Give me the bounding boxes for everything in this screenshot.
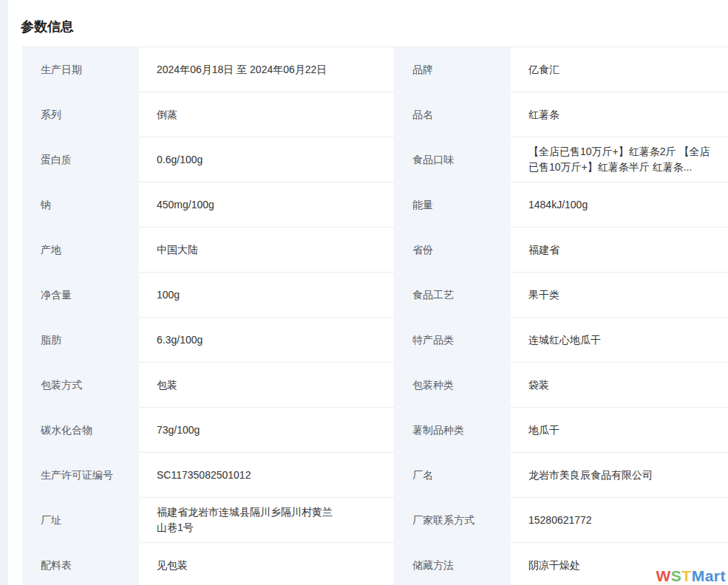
spec-label: 厂址 — [22, 498, 139, 543]
spec-value: 0.6g/100g — [139, 137, 394, 182]
spec-value: 袋装 — [511, 363, 728, 408]
spec-value: 地瓜干 — [511, 408, 728, 453]
wstmart-logo-letter: S — [671, 567, 682, 584]
spec-label: 碳水化合物 — [22, 408, 139, 453]
spec-label: 净含量 — [22, 273, 139, 318]
spec-label: 储藏方法 — [394, 543, 511, 585]
spec-value: 中国大陆 — [139, 228, 394, 273]
table-row: 包装方式 包装 包装种类 袋装 — [22, 363, 728, 408]
table-row: 净含量 100g 食品工艺 果干类 — [22, 273, 728, 318]
spec-label: 蛋白质 — [22, 137, 139, 182]
wstmart-logo: WSTMart — [656, 567, 726, 585]
table-row: 蛋白质 0.6g/100g 食品口味 【全店已售10万斤+】红薯条2斤 【全店已… — [22, 137, 728, 182]
spec-value: 连城红心地瓜干 — [511, 318, 728, 363]
spec-label: 品牌 — [394, 47, 511, 92]
spec-value: 龙岩市美良辰食品有限公司 — [511, 453, 728, 498]
spec-value: 1484kJ/100g — [511, 182, 728, 228]
spec-value: 包装 — [139, 363, 394, 408]
spec-label: 品名 — [394, 92, 511, 137]
table-row: 生产日期 2024年06月18日 至 2024年06月22日 品牌 亿食汇 — [22, 47, 728, 92]
table-row: 配料表 见包装 储藏方法 阴凉干燥处 — [22, 543, 728, 585]
spec-value: 2024年06月18日 至 2024年06月22日 — [139, 47, 394, 92]
spec-label: 钠 — [22, 182, 139, 228]
section-title: 参数信息 — [8, 0, 728, 35]
table-row: 厂址 福建省龙岩市连城县隔川乡隔川村黄兰山巷1号 厂家联系方式 15280621… — [22, 498, 728, 543]
table-row: 碳水化合物 73g/100g 薯制品种类 地瓜干 — [22, 408, 728, 453]
wstmart-logo-letter: Mart — [692, 567, 726, 584]
spec-value: 450mg/100g — [139, 182, 394, 228]
table-row: 系列 倒蒸 品名 红薯条 — [22, 92, 728, 137]
spec-label: 生产许可证编号 — [22, 453, 139, 498]
parameter-info-panel: 参数信息 生产日期 2024年06月18日 至 2024年06月22日 品牌 亿… — [8, 0, 728, 585]
spec-label: 食品工艺 — [394, 273, 511, 318]
spec-label: 能量 — [394, 182, 511, 228]
spec-value: 福建省 — [511, 228, 728, 273]
spec-label: 配料表 — [22, 543, 139, 585]
spec-label: 薯制品种类 — [394, 408, 511, 453]
spec-value: 红薯条 — [511, 92, 728, 137]
spec-label: 厂名 — [394, 453, 511, 498]
wstmart-logo-letter: T — [681, 567, 691, 584]
table-row: 钠 450mg/100g 能量 1484kJ/100g — [22, 182, 728, 228]
spec-label: 特产品类 — [394, 318, 511, 363]
spec-value: 100g — [139, 273, 394, 318]
spec-value: 见包装 — [139, 543, 394, 585]
spec-value: 73g/100g — [139, 408, 394, 453]
spec-value: 6.3g/100g — [139, 318, 394, 363]
spec-label: 食品口味 — [394, 137, 511, 182]
spec-value: 15280621772 — [511, 498, 728, 543]
spec-label: 厂家联系方式 — [394, 498, 511, 543]
spec-label: 脂肪 — [22, 318, 139, 363]
page-left-margin — [0, 0, 8, 585]
spec-value: 福建省龙岩市连城县隔川乡隔川村黄兰山巷1号 — [139, 498, 394, 543]
spec-label: 系列 — [22, 92, 139, 137]
spec-label: 包装方式 — [22, 363, 139, 408]
spec-label: 产地 — [22, 228, 139, 273]
spec-value: 果干类 — [511, 273, 728, 318]
table-row: 脂肪 6.3g/100g 特产品类 连城红心地瓜干 — [22, 318, 728, 363]
spec-value: 亿食汇 — [511, 47, 728, 92]
spec-table: 生产日期 2024年06月18日 至 2024年06月22日 品牌 亿食汇 系列… — [22, 47, 728, 585]
spec-value: 【全店已售10万斤+】红薯条2斤 【全店已售10万斤+】红薯条半斤 红薯条... — [511, 137, 728, 182]
spec-label: 包装种类 — [394, 363, 511, 408]
table-row: 产地 中国大陆 省份 福建省 — [22, 228, 728, 273]
spec-label: 生产日期 — [22, 47, 139, 92]
spec-value: 倒蒸 — [139, 92, 394, 137]
table-row: 生产许可证编号 SC11735082501012 厂名 龙岩市美良辰食品有限公司 — [22, 453, 728, 498]
spec-value: SC11735082501012 — [139, 453, 394, 498]
spec-label: 省份 — [394, 228, 511, 273]
wstmart-logo-letter: W — [656, 567, 670, 584]
